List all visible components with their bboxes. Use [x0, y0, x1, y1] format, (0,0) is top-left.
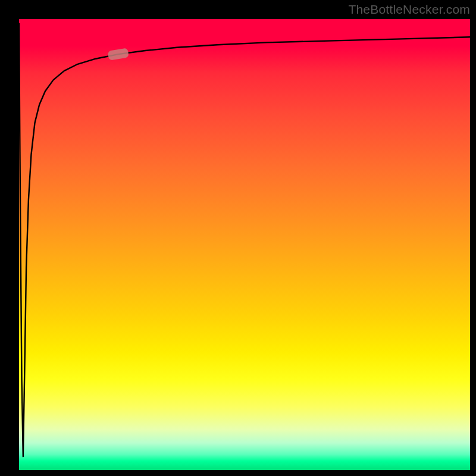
curve-marker — [108, 48, 129, 60]
curve-layer — [19, 19, 470, 470]
plot-area — [19, 19, 470, 470]
chart-frame: TheBottleNecker.com — [0, 0, 476, 476]
bottleneck-curve — [19, 24, 470, 457]
watermark-text: TheBottleNecker.com — [348, 2, 470, 17]
